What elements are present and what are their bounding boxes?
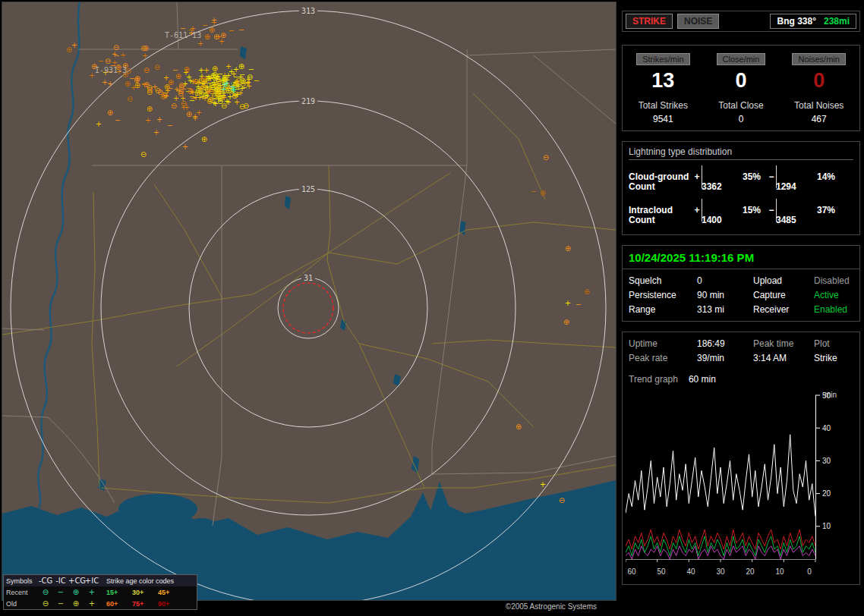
strikes-per-min-value: 13 <box>624 68 702 93</box>
strike-symbol: + <box>192 113 198 121</box>
x-tick-label: 60 <box>626 567 638 578</box>
ic-plus-pct: 15% <box>739 205 767 215</box>
strike-symbol: ⊖ <box>243 102 249 110</box>
datetime-display: 10/24/2025 11:19:16 PM <box>623 246 859 269</box>
strike-symbol: + <box>211 17 217 24</box>
strike-symbol: ⊕ <box>91 63 97 71</box>
strike-symbol: ⊕ <box>164 83 170 91</box>
strike-symbol: ⊖ <box>113 44 119 52</box>
x-tick-label: 20 <box>744 567 756 578</box>
persistence-label: Persistence <box>629 290 697 300</box>
strike-symbol: + <box>102 69 109 77</box>
count-label: Count <box>629 181 692 192</box>
strike-symbol: ⊕ <box>134 75 140 83</box>
strike-symbol: + <box>173 95 179 102</box>
peak-rate-value: 39/min <box>697 353 753 363</box>
peak-time-label: Peak time <box>753 338 814 349</box>
total-noises-value: 467 <box>780 114 858 124</box>
trend-x-unit: min <box>825 391 847 399</box>
strike-symbol: − <box>238 27 244 34</box>
cg-minus-count: 1294 <box>776 181 814 192</box>
age-code-60: 60+ <box>106 600 123 608</box>
strike-symbol: + <box>142 52 148 60</box>
plus-sign: + <box>692 205 702 215</box>
strike-symbol: + <box>131 84 137 92</box>
receiver-label: Receiver <box>753 304 814 315</box>
cg-minus-pct: 14% <box>814 171 841 182</box>
strike-symbol: − <box>115 117 121 124</box>
svg-text:20: 20 <box>822 489 831 498</box>
close-per-min-chip: Close/min <box>717 53 766 65</box>
strikes-layer: ++⊖++−−++++++++⊖+−++++++++⊖+⊕+−++−+⊕−−⊖⊕… <box>2 2 616 600</box>
strike-symbol: + <box>107 80 113 88</box>
strike-symbol: + <box>221 94 227 102</box>
strike-alarm-button[interactable]: STRIKE <box>626 14 673 29</box>
strike-symbol: + <box>120 52 126 59</box>
strike-symbol: ⊖ <box>105 58 111 65</box>
strike-symbol: ⊕ <box>565 245 571 253</box>
peak-time-value: 3:14 AM <box>753 353 814 363</box>
strike-symbol: + <box>231 86 237 94</box>
noises-per-min-value: 0 <box>780 68 858 93</box>
pos-ic-old-icon: + <box>84 599 100 608</box>
strike-symbol: + <box>188 30 194 37</box>
strike-symbol: + <box>192 78 198 86</box>
noise-alarm-button[interactable]: NOISE <box>677 14 719 29</box>
capture-label: Capture <box>753 290 814 300</box>
strike-symbol: + <box>540 481 546 489</box>
strike-symbol: ⊕ <box>107 109 113 117</box>
strike-symbol: ⊕ <box>122 71 128 79</box>
cg-plus-pct: 35% <box>739 171 767 182</box>
strike-symbol: + <box>202 95 208 102</box>
age-code-75: 75+ <box>132 600 149 608</box>
squelch-value: 0 <box>697 275 753 286</box>
strike-symbol: ⊖ <box>543 154 549 162</box>
svg-text:40: 40 <box>822 424 831 432</box>
ic-plus-count: 1400 <box>702 215 739 225</box>
persistence-value: 90 min <box>697 290 753 300</box>
strike-symbol: − <box>202 22 208 30</box>
strike-symbol: ⊖ <box>171 102 177 110</box>
strike-symbol: ⊕ <box>184 66 190 74</box>
neg-ic-old-icon: − <box>53 599 68 608</box>
pos-cg-recent-icon: ⊕ <box>68 588 84 596</box>
neg-cg-old-icon: ⊖ <box>38 599 53 608</box>
uptime-label: Uptime <box>629 338 697 349</box>
strike-symbol: ⊕ <box>201 136 207 143</box>
lightning-map[interactable]: ++⊖++−−++++++++⊖+−++++++++⊖+⊕+−++−+⊕−−⊖⊕… <box>2 2 616 601</box>
strike-symbol: + <box>153 129 159 137</box>
legend-header-row: Symbols -CG -IC +CG +IC Strike age color… <box>4 575 197 586</box>
strike-symbol: ⊖ <box>140 45 147 52</box>
trend-graph-window: 60 min <box>689 374 716 385</box>
legend-symbols-header: Symbols <box>6 577 38 585</box>
strike-symbol: ⊕ <box>516 423 522 431</box>
copyright-text: ©2005 Astrogenic Systems <box>506 602 597 611</box>
distribution-title: Lightning type distribution <box>629 146 853 160</box>
strike-symbol: ⊖ <box>247 74 253 81</box>
strike-symbol: − <box>229 27 235 35</box>
strike-symbol: + <box>156 116 162 124</box>
strike-symbol: ⊕ <box>210 72 216 80</box>
strike-symbol: + <box>182 143 188 151</box>
x-tick-label: 0 <box>803 567 815 578</box>
x-tick-label: 40 <box>685 567 697 578</box>
ic-minus-pct: 37% <box>814 205 841 215</box>
strike-symbol: − <box>531 188 537 196</box>
strike-symbol: ⊕ <box>238 63 244 71</box>
total-noises-label: Total Noises <box>780 100 858 111</box>
strike-symbol: ⊖ <box>200 75 207 83</box>
range-label: Range <box>629 304 697 315</box>
upload-label: Upload <box>753 275 814 286</box>
strike-symbol: + <box>197 40 203 48</box>
plot-label: Plot <box>814 338 853 349</box>
clock-settings: 10/24/2025 11:19:16 PM Squelch 0 Upload … <box>622 245 860 322</box>
upload-value: Disabled <box>814 275 853 286</box>
pos-cg-old-icon: ⊕ <box>68 599 84 608</box>
legend-recent-label: Recent <box>6 589 38 596</box>
squelch-label: Squelch <box>629 275 697 286</box>
strike-symbol: ⊖ <box>154 64 160 71</box>
x-tick-label: 50 <box>655 567 667 578</box>
strike-symbol: ⊖ <box>140 151 147 159</box>
strike-symbol: · <box>230 80 232 87</box>
strike-symbol: + <box>112 59 118 67</box>
